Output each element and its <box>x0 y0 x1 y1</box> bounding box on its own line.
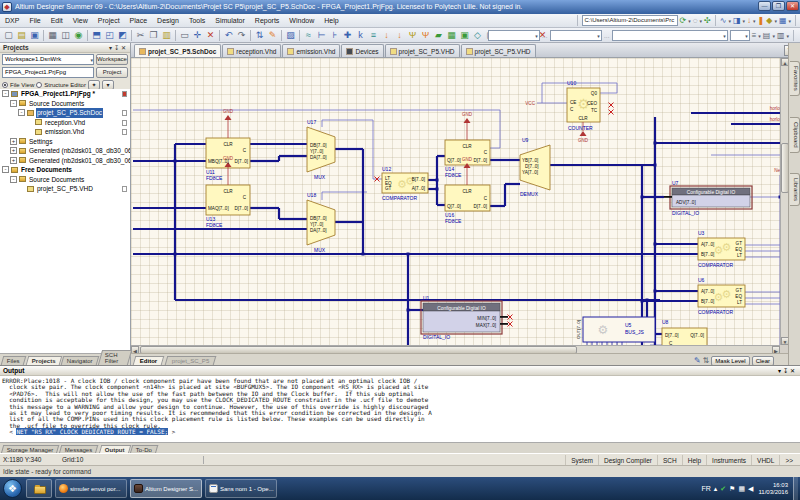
tree-item-reception-vhd[interactable]: reception.Vhd <box>0 118 130 128</box>
doc-tab-emission-vhd[interactable]: emission.Vhd <box>282 44 340 57</box>
down2-icon[interactable]: ↓ <box>393 28 406 42</box>
down1-icon[interactable]: ↓ <box>380 28 393 42</box>
network-icon[interactable]: ▦ <box>738 485 745 493</box>
panel-close-icon[interactable]: ✕ <box>121 45 128 51</box>
copy-icon[interactable]: ❐ <box>147 28 160 42</box>
tree-item-source-documents[interactable]: -Source Documents <box>0 99 130 109</box>
explorer-taskbar-button[interactable] <box>26 479 52 498</box>
right-tab-libraries[interactable]: Libraries <box>790 173 800 206</box>
tree-item-source-documents[interactable]: -Source Documents <box>0 175 130 185</box>
address-combobox[interactable]: C:\Users\Altium-2\Documents\Prc <box>582 15 678 26</box>
expand-icon[interactable]: + <box>10 138 17 145</box>
doc-tab-projet-sc-p5-vhd[interactable]: projet_SC_P5.VHD <box>461 44 536 57</box>
export-icon[interactable]: ◨ <box>733 15 741 26</box>
taskbar-window-firefox[interactable]: simuler envoi por... <box>55 479 127 498</box>
expand-icon[interactable]: + <box>10 147 17 154</box>
expand-icon[interactable]: + <box>10 157 17 164</box>
distribute-icon[interactable]: ▤ <box>763 30 771 41</box>
cut-icon[interactable]: ✂ <box>134 28 147 42</box>
green3-icon[interactable]: ▣ <box>458 28 471 42</box>
probe-icon[interactable]: k <box>354 28 367 42</box>
align-icon[interactable]: ≡ <box>752 30 757 41</box>
doc-tab-projet-sc-p5-schdoc[interactable]: projet_SC_P5.SchDoc <box>134 44 221 57</box>
editor-tab-projet-sc-p5[interactable]: projet_SC_P5 <box>165 356 217 365</box>
open-icon[interactable]: ▤ <box>15 28 28 42</box>
collapse-icon[interactable]: - <box>2 166 9 173</box>
panel-tab-projects[interactable]: Projects <box>25 356 61 365</box>
collapse-icon[interactable]: - <box>10 176 17 183</box>
chart-icon[interactable]: ∿ <box>720 15 727 26</box>
ytool1-icon[interactable]: Ψ <box>406 28 419 42</box>
tree-item-generated-nb2dsk01-08-db30-06[interactable]: +Generated (nb2dsk01_08_db30_06 <box>0 146 130 156</box>
file-view-radio[interactable] <box>2 82 8 88</box>
print-preview-icon[interactable]: ◫ <box>59 28 72 42</box>
status-button-design-compiler[interactable]: Design Compiler <box>598 455 657 466</box>
zoom-area-icon[interactable]: ◰ <box>103 28 116 42</box>
taskbar-window-writer[interactable]: Sans nom 1 - Ope... <box>205 479 277 498</box>
tree-item-free-documents[interactable]: -Free Documents <box>0 165 130 175</box>
menu-tools[interactable]: Tools <box>184 17 210 24</box>
status-button-help[interactable]: Help <box>682 455 706 466</box>
menu-design[interactable]: Design <box>152 17 184 24</box>
output-log[interactable]: ERROR:Place:1018 - A clock IOB / clock c… <box>0 376 800 442</box>
status-button-instruments[interactable]: Instruments <box>706 455 751 466</box>
horizontal-scrollbar[interactable]: ◀ ▶ <box>131 345 780 353</box>
restore-button[interactable]: ❐ <box>772 1 785 11</box>
status-button-vhdl[interactable]: VHDL <box>751 455 779 466</box>
menu-view[interactable]: View <box>68 17 93 24</box>
tree-item-generated-nb2dsk01-08-db30-06[interactable]: +Generated (nb2dsk01_08_db30_06 <box>0 156 130 166</box>
menu-simulator[interactable]: Simulator <box>210 17 250 24</box>
layers-icon[interactable]: ◆ <box>766 15 772 26</box>
save-icon[interactable]: ▣ <box>28 28 41 42</box>
minimize-button[interactable]: — <box>758 1 771 11</box>
junction-icon[interactable]: ✚ <box>341 28 354 42</box>
paste-icon[interactable]: ▥ <box>160 28 173 42</box>
select-rect-icon[interactable]: ▭ <box>178 28 191 42</box>
port-icon[interactable]: ⊦ <box>328 28 341 42</box>
download-icon[interactable]: ↓ <box>747 15 751 26</box>
project-field[interactable]: FPGA_Project1.PrjFpg <box>2 67 94 78</box>
structure-editor-radio[interactable] <box>36 82 42 88</box>
tree-item-projet-sc-p5-vhd[interactable]: projet_SC_P5.VHD <box>0 184 130 194</box>
menu-reports[interactable]: Reports <box>250 17 285 24</box>
move-icon[interactable]: ✛ <box>191 28 204 42</box>
panel-pin-icon[interactable]: ↧ <box>114 45 121 51</box>
menu-place[interactable]: Place <box>125 17 153 24</box>
edit-icon[interactable]: ✎ <box>266 28 279 42</box>
menu-help[interactable]: Help <box>319 17 343 24</box>
wire-icon[interactable]: ≈ <box>302 28 315 42</box>
menu-edit[interactable]: Edit <box>46 17 68 24</box>
doc-tab-projet-sc-p5-vhd[interactable]: projet_SC_P5.VHD <box>385 44 460 57</box>
menu-file[interactable]: File <box>24 17 45 24</box>
toolbar-combo-1[interactable] <box>488 30 540 41</box>
add-icon[interactable]: ✣ <box>704 15 711 26</box>
taskbar-clock[interactable]: 16:03 11/03/2016 <box>758 482 788 496</box>
panel-tab-navigator[interactable]: Navigator <box>61 356 99 365</box>
tree-item-projet-sc-p5-schdoc[interactable]: -projet_SC_P5.SchDoc <box>0 108 130 118</box>
ytool2-icon[interactable]: Ψ <box>419 28 432 42</box>
status-button-sch[interactable]: SCH <box>657 455 682 466</box>
language-indicator[interactable]: FR <box>701 485 710 492</box>
green1-icon[interactable]: ▰ <box>432 28 445 42</box>
panel-tab-sch-filter[interactable]: SCH Filter <box>98 350 132 365</box>
start-button[interactable]: ❖ <box>3 479 22 498</box>
print-icon[interactable]: ▦ <box>46 28 59 42</box>
menu-project[interactable]: Project <box>93 17 125 24</box>
bus-icon[interactable]: ⊢ <box>315 28 328 42</box>
zoom-fit-icon[interactable]: ⬒ <box>90 28 103 42</box>
right-tab-clipboard[interactable]: Clipboard <box>790 117 800 153</box>
schematic-canvas[interactable]: ⚙⚙⚙⚙⚙⚙⚙Configurable Digital IOConfigurab… <box>131 58 780 345</box>
status-button-system[interactable]: System <box>565 455 598 466</box>
status-button--[interactable]: >> <box>779 455 798 466</box>
zoom-selection-icon[interactable]: ◩ <box>116 28 129 42</box>
redo-icon[interactable]: ↷ <box>235 28 248 42</box>
clear-button[interactable]: Clear <box>752 356 774 366</box>
doc-tab-devices[interactable]: Devices <box>341 44 383 57</box>
clear-filter-icon[interactable]: ✕ <box>204 28 217 42</box>
menu-window[interactable]: Window <box>284 17 319 24</box>
tree-item-fpga-project1-prjfpg-[interactable]: -FPGA_Project1.PrjFpg * <box>0 89 130 99</box>
project-button[interactable]: Project <box>96 67 128 78</box>
new-document-icon[interactable]: ▢ <box>2 28 15 42</box>
tree-item-settings[interactable]: +Settings <box>0 137 130 147</box>
collapse-icon[interactable]: - <box>10 100 17 107</box>
